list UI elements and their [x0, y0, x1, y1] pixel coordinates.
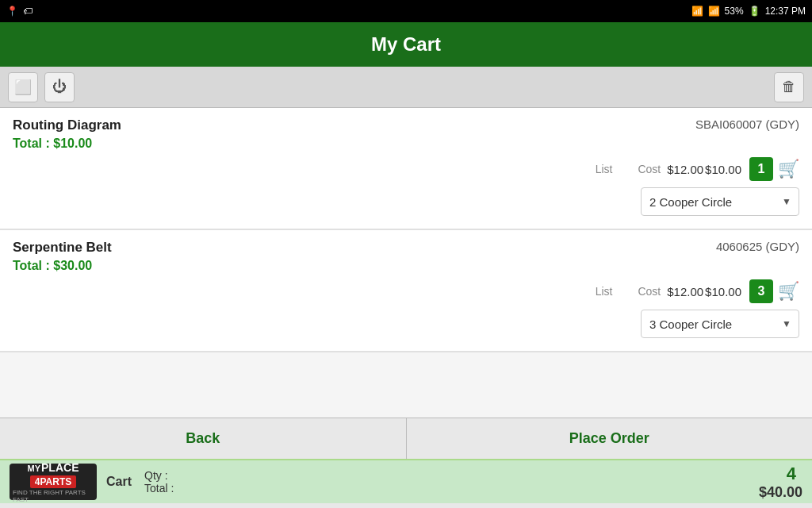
cart-qty-count: 4	[787, 464, 796, 484]
battery-icon: 🔋	[749, 6, 760, 17]
item-2-sku: 4060625 (GDY)	[716, 240, 799, 253]
item-2-pricing: List Cost $12.00 $10.00 3 🛒	[13, 279, 799, 303]
item-1-name: Routing Diagram	[13, 117, 121, 133]
status-right-icons: 📶 📶 53% 🔋 12:37 PM	[691, 6, 806, 17]
item-1-header-row: Routing Diagram SBAI060007 (GDY)	[13, 117, 799, 133]
logo-4parts: 4PARTS	[30, 475, 76, 488]
logo-tagline: FIND THE RIGHT PARTS FAST	[13, 489, 94, 503]
time-display: 12:37 PM	[765, 6, 806, 17]
qty-prefix: Qty :	[144, 469, 168, 482]
empty-space	[0, 352, 812, 418]
item-1-total: Total : $10.00	[13, 137, 799, 151]
status-bar: 📍 🏷 📶 📶 53% 🔋 12:37 PM	[0, 0, 812, 22]
item-1-cost-price: $10.00	[705, 163, 741, 176]
battery-percent: 53%	[725, 6, 744, 17]
cart-item-2: Serpentine Belt 4060625 (GDY) Total : $3…	[0, 230, 812, 352]
item-1-sku: SBAI060007 (GDY)	[695, 117, 799, 131]
app-header: My Cart	[0, 22, 812, 67]
bottom-right-summary: 4 $40.00	[759, 464, 802, 501]
app-logo: MY PLACE 4PARTS FIND THE RIGHT PARTS FAS…	[10, 464, 97, 500]
signal-icon: 📶	[708, 6, 720, 17]
logo-place: PLACE	[41, 461, 79, 474]
cart-label: Cart	[106, 475, 132, 489]
cart-icon-2: 🛒	[778, 281, 799, 302]
item-1-cost-label: Cost	[638, 163, 661, 175]
item-2-name: Serpentine Belt	[13, 240, 112, 256]
back-button[interactable]: Back	[0, 418, 407, 459]
item-1-price-labels: List Cost	[596, 163, 661, 175]
power-button[interactable]: ⏻	[44, 72, 75, 102]
square-icon: ⬜	[14, 79, 32, 96]
item-1-pricing: List Cost $12.00 $10.00 1 🛒	[13, 157, 799, 181]
logo-my: MY	[28, 464, 41, 473]
trash-icon: 🗑	[782, 79, 796, 95]
tag-icon: 🏷	[23, 6, 33, 17]
place-order-button[interactable]: Place Order	[407, 418, 813, 459]
item-2-price-labels: List Cost	[596, 285, 661, 298]
power-icon: ⏻	[52, 79, 67, 95]
item-2-header-row: Serpentine Belt 4060625 (GDY)	[13, 240, 799, 256]
cart-item-1: Routing Diagram SBAI060007 (GDY) Total :…	[0, 108, 812, 230]
delete-button[interactable]: 🗑	[774, 72, 804, 102]
item-1-location-select[interactable]: 2 Cooper Circle 1 Cooper Circle 3 Cooper…	[641, 187, 799, 216]
item-2-location-row: 3 Cooper Circle 1 Cooper Circle 2 Cooper…	[13, 310, 799, 338]
item-1-qty-badge: 1	[749, 157, 773, 181]
item-1-list-price: $12.00	[667, 163, 703, 176]
cart-info: Qty : Total :	[144, 469, 759, 495]
action-buttons: Back Place Order	[0, 418, 812, 459]
wifi-icon: 📶	[691, 6, 703, 17]
cart-content: Routing Diagram SBAI060007 (GDY) Total :…	[0, 108, 812, 418]
status-left-icons: 📍 🏷	[6, 6, 33, 17]
item-1-list-label: List	[596, 163, 613, 175]
square-button[interactable]: ⬜	[8, 72, 38, 102]
item-1-location-select-wrapper[interactable]: 2 Cooper Circle 1 Cooper Circle 3 Cooper…	[641, 187, 799, 216]
item-2-list-price: $12.00	[667, 285, 703, 298]
toolbar: ⬜ ⏻ 🗑	[0, 67, 812, 108]
cart-total-row: Total :	[144, 482, 759, 495]
cart-total-amount: $40.00	[759, 484, 802, 501]
item-2-list-label: List	[596, 285, 613, 298]
item-2-location-select-wrapper[interactable]: 3 Cooper Circle 1 Cooper Circle 2 Cooper…	[641, 310, 799, 338]
item-2-qty-badge: 3	[749, 279, 773, 303]
item-2-cost-price: $10.00	[705, 285, 741, 298]
item-2-total: Total : $30.00	[13, 259, 799, 273]
item-2-cost-label: Cost	[638, 285, 661, 298]
map-icon: 📍	[6, 6, 18, 17]
item-1-location-row: 2 Cooper Circle 1 Cooper Circle 3 Cooper…	[13, 187, 799, 216]
bottom-bar: MY PLACE 4PARTS FIND THE RIGHT PARTS FAS…	[0, 459, 812, 503]
toolbar-left: ⬜ ⏻	[8, 72, 75, 102]
cart-qty-row: Qty :	[144, 469, 759, 482]
page-title: My Cart	[371, 33, 441, 56]
cart-icon-1: 🛒	[778, 159, 799, 179]
total-prefix: Total :	[144, 482, 174, 495]
item-2-location-select[interactable]: 3 Cooper Circle 1 Cooper Circle 2 Cooper…	[641, 310, 799, 338]
